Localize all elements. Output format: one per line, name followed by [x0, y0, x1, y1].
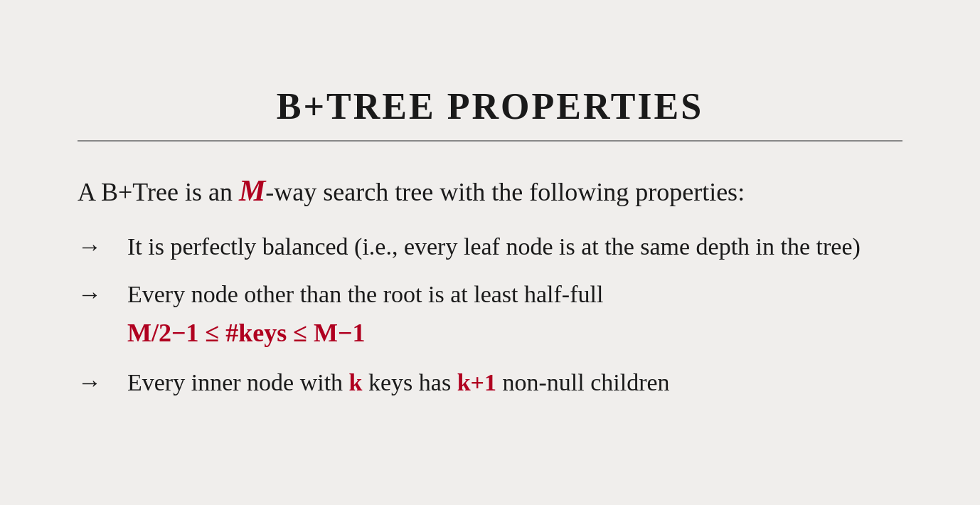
main-container: B+TREE PROPERTIES A B+Tree is an M-way s… [35, 64, 945, 441]
m-variable: M [239, 174, 265, 207]
property-3-text-after: non-null children [496, 369, 670, 395]
k1-variable: k [349, 369, 363, 395]
intro-text-before-m: A B+Tree is an [78, 178, 239, 206]
page-title: B+TREE PROPERTIES [78, 85, 902, 127]
properties-list: → It is perfectly balanced (i.e., every … [78, 229, 902, 400]
list-item: → Every inner node with k keys has k+1 n… [78, 365, 902, 400]
property-2-content: Every node other than the root is at lea… [127, 277, 902, 351]
property-2-text: Every node other than the root is at lea… [127, 281, 603, 307]
intro-text-after-m: -way search tree with the following prop… [265, 178, 745, 206]
intro-paragraph: A B+Tree is an M-way search tree with th… [78, 170, 902, 212]
property-3-text-between: keys has [363, 369, 457, 395]
property-2-formula: M/2−1 ≤ #keys ≤ M−1 [127, 314, 902, 351]
property-3-text-before-k: Every inner node with [127, 369, 349, 395]
property-1-text: It is perfectly balanced (i.e., every le… [127, 229, 902, 264]
list-item: → It is perfectly balanced (i.e., every … [78, 229, 902, 264]
title-divider [78, 140, 902, 142]
arrow-icon-2: → [78, 277, 120, 312]
arrow-icon-3: → [78, 365, 120, 400]
k2-variable: k+1 [457, 369, 496, 395]
list-item: → Every node other than the root is at l… [78, 277, 902, 351]
property-3-content: Every inner node with k keys has k+1 non… [127, 365, 902, 400]
arrow-icon-1: → [78, 229, 120, 264]
